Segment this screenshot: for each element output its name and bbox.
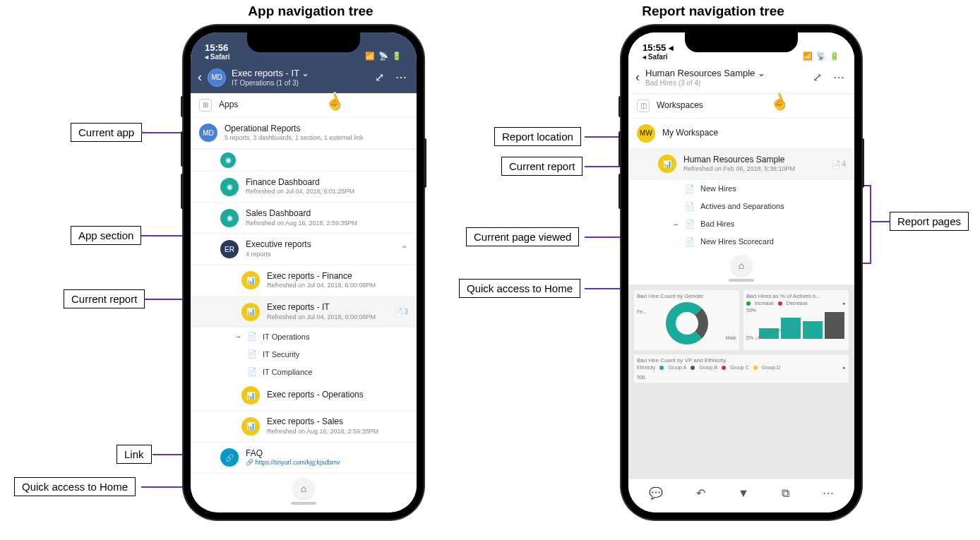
expand-icon[interactable]: ⤢ — [372, 71, 387, 84]
phone-left: 15:56 ◂ Safari 📶 📡 🔋 ‹ MD Exec reports -… — [184, 25, 424, 520]
dashboard-icon: ◉ — [220, 152, 236, 168]
nav-row-clipped[interactable]: ◉ x — [191, 149, 417, 172]
header-subtitle: IT Operations (1 of 3) — [232, 79, 366, 88]
legend: Ethnicity Group A Group B Group C Group … — [637, 365, 846, 371]
callout-home-r: Quick access to Home — [459, 279, 580, 298]
callout-line — [871, 221, 890, 222]
status-time: 15:55 ◂ — [643, 42, 674, 53]
page-icon: 📄 — [685, 202, 695, 211]
header-subtitle: Bad Hires (3 of 4) — [645, 79, 804, 88]
nav-executive-reports-section[interactable]: ER Executive reports 4 reports ⌃ — [191, 234, 417, 265]
header-title: Exec reports - IT ⌄ — [232, 68, 366, 79]
nav-apps[interactable]: ⊞ Apps — [191, 93, 417, 118]
nav-exec-finance[interactable]: 📊 Exec reports - Finance Refreshed on Ju… — [191, 265, 417, 296]
report-icon: 📊 — [241, 303, 260, 321]
callout-current-app: Current app — [71, 123, 142, 142]
label: IT Security — [263, 350, 299, 359]
chevron-up-icon: ⌃ — [401, 244, 408, 254]
nav-my-workspace[interactable]: MW My Workspace — [628, 119, 854, 149]
apps-icon: ⊞ — [199, 99, 212, 112]
page-icon: 📄 — [247, 332, 257, 341]
avatar[interactable]: MD — [208, 68, 226, 87]
home-bar: ⌂ — [191, 474, 417, 508]
report-icon: 📊 — [241, 417, 260, 436]
expand-icon[interactable]: ⤢ — [810, 71, 825, 84]
page-it-compliance[interactable]: 📄IT Compliance — [191, 363, 417, 380]
chart-title: Bad Hire Count by VP and Ethnicity — [637, 357, 846, 364]
right-title: Report navigation tree — [614, 4, 812, 19]
nav-operational-reports[interactable]: MD Operational Reports 5 reports, 3 dash… — [191, 118, 417, 149]
page-new-hires[interactable]: 📄New Hires — [628, 180, 854, 198]
page-new-hires-scorecard[interactable]: 📄New Hires Scorecard — [628, 233, 854, 251]
legend: Increase Decrease ▸ — [746, 301, 846, 306]
nav-hr-sample-report[interactable]: 📊 Human Resources Sample Refreshed on Fe… — [628, 149, 854, 180]
label: IT Compliance — [263, 368, 313, 376]
chart-donut[interactable]: Bad Hire Count by Gender Fe... Male — [634, 290, 739, 350]
donut-label: Male — [726, 335, 736, 340]
page-icon: 📄 — [685, 184, 695, 193]
nav-finance-dashboard[interactable]: ◉ Finance Dashboard Refreshed on Jul 04,… — [191, 172, 417, 203]
phone-right: 15:55 ◂ ◂ Safari 📶 📡 🔋 ‹ Human Resources… — [621, 25, 861, 520]
status-safari-back[interactable]: ◂ Safari — [205, 53, 230, 61]
report-icon: 📊 — [241, 271, 260, 289]
chart-title: Bad Hire Count by Gender — [637, 293, 736, 299]
filter-icon[interactable]: ▼ — [738, 487, 749, 500]
axis-label: 50% — [746, 308, 756, 313]
home-button[interactable]: ⌂ — [731, 255, 752, 276]
status-safari-back[interactable]: ◂ Safari — [643, 53, 674, 61]
label: Executive reports — [246, 239, 394, 251]
label: Exec reports - Finance — [267, 271, 408, 282]
label: New Hires Scorecard — [700, 237, 774, 246]
chart-ethnicity[interactable]: Bad Hire Count by VP and Ethnicity Ethni… — [634, 354, 849, 383]
nav-workspaces[interactable]: ◫ Workspaces — [628, 94, 854, 119]
nav-exec-sales[interactable]: 📊 Exec reports - Sales Refreshed on Aug … — [191, 411, 417, 442]
home-button[interactable]: ⌂ — [293, 478, 314, 499]
comment-icon[interactable]: 💬 — [649, 486, 663, 500]
chart-bars[interactable]: Bad Hires as % of Actives b... Increase … — [743, 290, 849, 350]
back-icon[interactable]: ‹ — [635, 70, 640, 85]
label: Finance Dashboard — [246, 177, 408, 188]
left-title: App navigation tree — [212, 4, 410, 19]
page-actives-separations[interactable]: 📄Actives and Separations — [628, 198, 854, 215]
axis-label: 500 — [637, 371, 846, 380]
callout-link: Link — [116, 445, 152, 464]
nav-exec-operations[interactable]: 📊 Exec reports - Operations — [191, 380, 417, 411]
undo-icon[interactable]: ↶ — [696, 486, 705, 500]
page-bad-hires[interactable]: 📄Bad Hires — [628, 215, 854, 233]
workspace-badge-icon: MW — [637, 124, 655, 143]
back-icon[interactable]: ‹ — [198, 70, 202, 85]
app-badge-icon: MD — [199, 124, 217, 142]
callout-current-page: Current page viewed — [466, 227, 579, 246]
header-title-dropdown[interactable]: Human Resources Sample ⌄ Bad Hires (3 of… — [645, 68, 804, 88]
callout-current-report-l: Current report — [64, 289, 145, 308]
cursor-icon — [770, 93, 787, 113]
nav-exec-it[interactable]: 📊 Exec reports - IT Refreshed on Jul 04,… — [191, 296, 417, 328]
drag-handle[interactable] — [291, 502, 316, 505]
more-icon[interactable]: ⋯ — [823, 486, 834, 500]
workspaces-icon: ◫ — [637, 100, 650, 112]
nav-tree: ◫ Workspaces MW My Workspace 📊 Human Res… — [628, 94, 854, 251]
page-icon: 📄 — [247, 349, 257, 359]
donut-label: Fe... — [637, 309, 647, 314]
nav-faq-link[interactable]: 🔗 FAQ 🔗 https://tinyurl.com/kjg;kjsdbmv — [191, 443, 417, 474]
drag-handle[interactable] — [729, 279, 754, 282]
header-title-dropdown[interactable]: Exec reports - IT ⌄ IT Operations (1 of … — [232, 68, 366, 88]
link-icon: 🔗 — [220, 448, 239, 467]
label: Apps — [219, 100, 408, 111]
page-it-operations[interactable]: 📄IT Operations — [191, 328, 417, 345]
label: Workspaces — [657, 100, 846, 112]
label: Operational Reports — [225, 124, 408, 135]
page-it-security[interactable]: 📄IT Security — [191, 345, 417, 363]
label: Exec reports - Sales — [267, 416, 408, 428]
status-icons: 📶 📡 🔋 — [803, 52, 840, 61]
status-time: 15:56 — [205, 42, 230, 53]
app-header: ‹ MD Exec reports - IT ⌄ IT Operations (… — [191, 62, 417, 93]
more-icon[interactable]: ⋯ — [393, 71, 410, 84]
callout-current-report-r: Current report — [501, 157, 582, 176]
copy-icon[interactable]: ⧉ — [782, 487, 789, 500]
callout-report-pages: Report pages — [890, 212, 969, 231]
link-url: 🔗 https://tinyurl.com/kjg;kjsdbmv — [246, 459, 408, 467]
more-icon[interactable]: ⋯ — [830, 71, 847, 84]
nav-sales-dashboard[interactable]: ◉ Sales Dashboard Refreshed on Aug 16, 2… — [191, 203, 417, 234]
sublabel: Refreshed on Jul 04, 2018, 6:00:08PM — [267, 282, 408, 290]
